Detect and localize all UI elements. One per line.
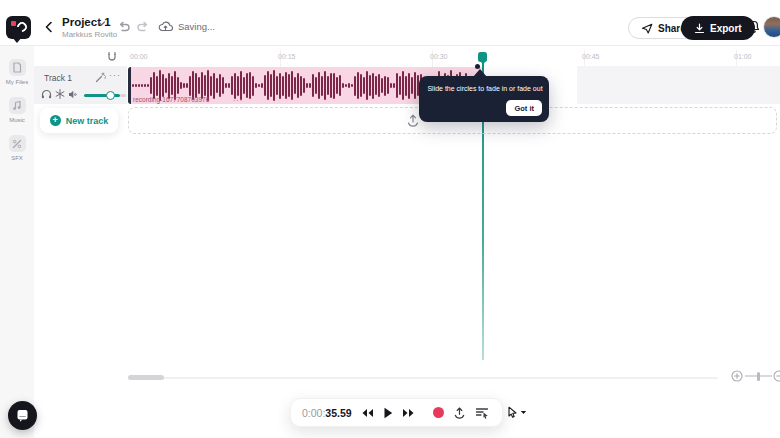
waveform-bar xyxy=(408,73,410,99)
horizontal-scrollbar-track[interactable] xyxy=(128,377,718,379)
headphones-solo-button[interactable] xyxy=(41,89,52,99)
sidebar-item-sfx[interactable]: SFX xyxy=(0,135,34,161)
notifications-button[interactable] xyxy=(747,20,761,34)
avatar[interactable] xyxy=(763,16,780,38)
record-icon xyxy=(433,407,444,418)
waveform-bar xyxy=(321,76,323,96)
zoom-out-icon xyxy=(773,370,780,382)
playhead[interactable] xyxy=(478,52,487,62)
zoom-slider-handle[interactable] xyxy=(757,372,760,381)
waveform-bar xyxy=(351,84,353,88)
waveform-bar xyxy=(357,72,359,100)
back-button[interactable] xyxy=(42,20,56,34)
waveform-bar xyxy=(315,77,317,94)
waveform-bar xyxy=(213,73,215,99)
waveform-bar xyxy=(312,74,314,97)
undo-button[interactable] xyxy=(118,21,131,32)
waveform-bar xyxy=(372,73,374,99)
clip-menu-button[interactable]: ··· xyxy=(233,97,243,104)
sidebar-item-my-files[interactable]: My Files xyxy=(0,59,34,85)
redo-button[interactable] xyxy=(136,21,149,32)
magic-wand-icon xyxy=(95,72,106,83)
waveform-bar xyxy=(285,72,287,100)
waveform-bar xyxy=(363,77,365,94)
waveform-bar xyxy=(216,78,218,94)
cloud-upload-icon xyxy=(158,20,173,32)
waveform-bar xyxy=(294,77,296,94)
sidebar-item-music[interactable]: Music xyxy=(0,97,34,123)
chat-icon xyxy=(16,409,29,422)
waveform-bar xyxy=(189,76,191,96)
upload-icon xyxy=(406,113,420,127)
time-prefix: 0:00: xyxy=(302,407,325,419)
track-list-select-button[interactable] xyxy=(475,407,489,419)
horizontal-scrollbar-thumb[interactable] xyxy=(128,375,164,380)
waveform-bar xyxy=(387,77,389,94)
snap-magnet-button[interactable] xyxy=(106,51,118,63)
volume-slider-knob[interactable] xyxy=(106,91,115,100)
import-audio-button[interactable] xyxy=(453,406,466,419)
zoom-in-icon xyxy=(731,370,743,382)
waveform-bar xyxy=(333,73,335,99)
freeze-button[interactable] xyxy=(55,89,65,99)
play-button[interactable] xyxy=(383,407,393,419)
chevron-down-icon[interactable] xyxy=(520,410,527,415)
waveform-bar xyxy=(288,74,290,97)
undo-icon xyxy=(118,21,131,32)
volume-mute-button[interactable] xyxy=(68,90,79,99)
track-name[interactable]: Track 1 xyxy=(44,73,72,83)
waveform-bar xyxy=(342,83,344,88)
volume-slider[interactable] xyxy=(84,94,120,97)
beyond-project-end-shade xyxy=(577,66,780,104)
zoom-out-button[interactable] xyxy=(773,370,780,382)
waveform-bar xyxy=(240,71,242,100)
rewind-button[interactable] xyxy=(361,408,374,418)
track-menu-button[interactable]: ··· xyxy=(109,70,121,80)
waveform-bar xyxy=(414,72,416,100)
waveform-bar xyxy=(306,83,308,87)
help-chat-button[interactable] xyxy=(8,401,37,430)
export-button[interactable]: Export xyxy=(681,16,755,40)
sidebar-item-label: SFX xyxy=(0,155,34,161)
waveform-bar xyxy=(291,71,293,100)
project-title[interactable]: Project 1 xyxy=(62,16,117,28)
magic-enhance-button[interactable] xyxy=(95,72,106,83)
redo-icon xyxy=(136,21,149,32)
ruler-label: 00:00 xyxy=(130,53,148,60)
waveform-bar xyxy=(264,75,266,97)
pointer-tool-button[interactable] xyxy=(507,406,527,419)
waveform-bar xyxy=(204,75,206,97)
zoom-slider[interactable] xyxy=(745,375,772,377)
rewind-icon xyxy=(361,408,374,418)
new-track-button[interactable]: + New track xyxy=(40,108,118,133)
waveform-bar xyxy=(261,83,263,88)
snowflake-icon xyxy=(55,89,65,99)
waveform-bar xyxy=(348,83,350,87)
waveform-bar xyxy=(147,84,149,87)
waveform-bar xyxy=(219,74,221,97)
music-icon xyxy=(9,97,26,114)
waveform-bar xyxy=(210,76,212,96)
track-list-cursor-icon xyxy=(475,407,489,419)
waveform-bar xyxy=(144,84,146,88)
record-button[interactable] xyxy=(433,407,444,418)
fast-forward-button[interactable] xyxy=(402,408,415,418)
app-logo[interactable] xyxy=(6,16,31,39)
waveform-bar xyxy=(345,84,347,88)
chevron-down-icon[interactable] xyxy=(97,20,106,27)
waveform-bar xyxy=(222,77,224,94)
logo-mark xyxy=(15,20,29,34)
project-title-block[interactable]: Project 1 Markkus Rovito xyxy=(62,16,117,39)
magnet-icon xyxy=(106,51,118,63)
waveform-bar xyxy=(375,76,377,95)
waveform-bar xyxy=(354,76,356,96)
timeline-ruler[interactable] xyxy=(127,50,780,66)
got-it-button[interactable]: Got it xyxy=(506,100,542,116)
clip-label: recording-1677708703976 xyxy=(133,96,209,103)
new-track-label: New track xyxy=(66,116,109,126)
zoom-in-button[interactable] xyxy=(731,370,743,382)
clip-left-trim-handle[interactable] xyxy=(128,67,131,104)
waveform-bar xyxy=(378,74,380,97)
volume-slider-rest xyxy=(120,94,126,97)
sfx-icon xyxy=(9,135,26,152)
